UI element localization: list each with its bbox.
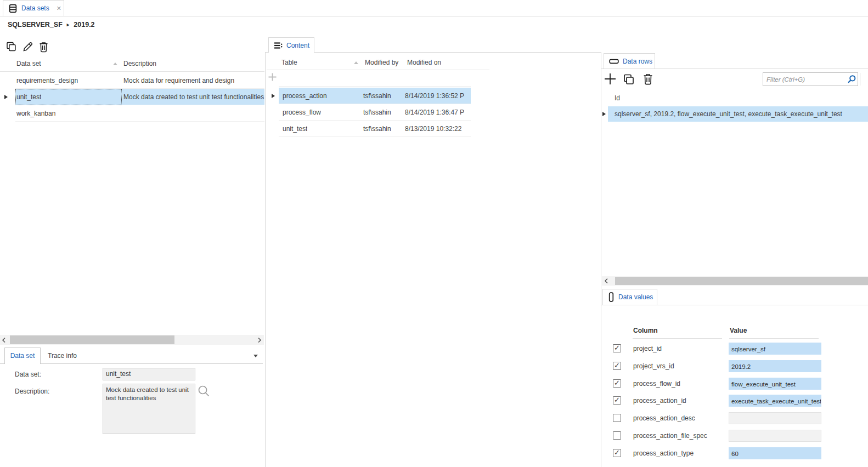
column-header-description[interactable]: Description — [123, 60, 156, 67]
description-lookup-button[interactable] — [197, 384, 211, 398]
subtab-dropdown-icon[interactable] — [253, 355, 258, 357]
value-field[interactable]: 2019.2 — [729, 360, 821, 372]
tab-data-rows-label: Data rows — [623, 58, 652, 65]
cell-modified-by[interactable]: tsf\ssahin — [363, 88, 391, 104]
add-content-row-button[interactable] — [268, 72, 277, 82]
data-value-row: project_id sqlserver_sf — [601, 343, 868, 355]
value-field[interactable] — [729, 430, 821, 442]
checkbox[interactable] — [613, 414, 621, 422]
delete-dataset-button[interactable] — [38, 41, 49, 53]
checkbox[interactable] — [613, 344, 621, 352]
data-value-row: project_vrs_id 2019.2 — [601, 360, 868, 372]
value-field[interactable]: 60 — [729, 447, 821, 459]
tab-data-sets-label: Data sets — [21, 4, 49, 12]
left-grid-header-border — [0, 71, 264, 72]
trash-icon — [642, 73, 653, 85]
cell-id[interactable]: sqlserver_sf, 2019.2, flow_execute_unit_… — [615, 106, 868, 122]
copy-data-row-button[interactable] — [623, 73, 635, 86]
magnifier-icon — [197, 384, 211, 398]
checkbox[interactable] — [613, 379, 621, 388]
data-value-row: process_action_type 60 — [601, 447, 868, 459]
column-header-id[interactable]: Id — [615, 94, 620, 102]
data-values-icon — [608, 292, 615, 302]
column-header-data-set[interactable]: Data set — [16, 60, 41, 67]
content-icon — [274, 42, 283, 49]
value-field[interactable] — [729, 412, 821, 424]
data-value-row: process_action_file_spec — [601, 430, 868, 442]
value-field[interactable]: flow_execute_unit_test — [729, 378, 821, 390]
breadcrumb-version[interactable]: 2019.2 — [74, 21, 94, 29]
search-icon[interactable] — [847, 75, 856, 84]
filter-input[interactable] — [763, 72, 858, 86]
cell-data-set[interactable]: work_kanban — [16, 105, 55, 122]
table-row-unit-test[interactable]: unit_test Mock data created to test unit… — [0, 89, 264, 105]
subtab-data-set[interactable]: Data set — [4, 348, 41, 364]
add-data-row-button[interactable] — [604, 72, 617, 86]
cell-data-set[interactable]: requirements_design — [16, 72, 78, 89]
delete-data-row-button[interactable] — [642, 73, 653, 85]
breadcrumb-project[interactable]: SQLSERVER_SF — [8, 21, 63, 29]
column-header-modified-on[interactable]: Modified on — [407, 59, 441, 66]
data-rows-strip-border — [601, 69, 868, 69]
column-header-column[interactable]: Column — [633, 327, 658, 334]
data-rows-icon — [609, 57, 619, 66]
tab-data-values-label: Data values — [618, 293, 653, 301]
copy-dataset-button[interactable] — [5, 41, 17, 53]
breadcrumb: SQLSERVER_SF ▸ 2019.2 — [8, 21, 95, 29]
data-row-item[interactable]: sqlserver_sf, 2019.2, flow_execute_unit_… — [601, 106, 868, 122]
checkbox[interactable] — [613, 449, 621, 457]
close-icon[interactable]: ✕ — [53, 5, 61, 12]
content-row-unit-test[interactable]: unit_test tsf\ssahin 8/13/2019 10:32:22 — [267, 121, 471, 137]
value-field[interactable]: execute_task_execute_unit_test — [729, 395, 821, 407]
left-horizontal-scrollbar[interactable] — [0, 335, 264, 345]
scroll-right-icon[interactable] — [257, 337, 262, 343]
column-name: process_action_id — [633, 395, 686, 407]
data-value-row: process_action_desc — [601, 412, 868, 424]
column-name: process_action_desc — [633, 412, 695, 424]
tab-data-rows[interactable]: Data rows — [604, 53, 655, 69]
checkbox[interactable] — [613, 396, 621, 405]
subtab-trace-info[interactable]: Trace info — [48, 348, 77, 364]
pencil-icon — [22, 41, 33, 53]
cell-modified-by[interactable]: tsf\ssahin — [363, 121, 391, 137]
cell-description[interactable]: Mock data for requirement and design — [123, 72, 264, 89]
cell-table[interactable]: process_flow — [283, 104, 321, 121]
focused-cell-outline — [15, 89, 122, 105]
description-field[interactable]: Mock data created to test unit test func… — [103, 384, 195, 434]
column-header-modified-by[interactable]: Modified by — [365, 59, 398, 66]
value-field[interactable]: sqlserver_sf — [729, 343, 821, 355]
cell-modified-on[interactable]: 8/14/2019 1:36:47 P — [405, 104, 471, 121]
column-header-table[interactable]: Table — [281, 59, 297, 66]
cell-modified-by[interactable]: tsf\ssahin — [363, 104, 391, 121]
scroll-left-icon[interactable] — [604, 278, 608, 284]
cell-modified-on[interactable]: 8/13/2019 10:32:22 — [405, 121, 471, 137]
sort-asc-icon — [354, 61, 358, 64]
cell-modified-on[interactable]: 8/14/2019 1:36:52 P — [405, 88, 471, 104]
column-header-value[interactable]: Value — [730, 327, 747, 334]
selected-row-marker-icon — [272, 94, 275, 98]
content-row-process-action[interactable]: process_action tsf\ssahin 8/14/2019 1:36… — [267, 88, 471, 104]
scrollbar-thumb[interactable] — [615, 277, 868, 285]
right-horizontal-scrollbar[interactable] — [602, 276, 868, 286]
column-name: project_vrs_id — [633, 360, 674, 372]
checkbox[interactable] — [613, 431, 621, 440]
table-row-work-kanban[interactable]: work_kanban — [0, 105, 264, 122]
scroll-left-icon[interactable] — [2, 337, 6, 343]
tab-data-values[interactable]: Data values — [602, 289, 657, 305]
cell-table[interactable]: process_action — [283, 88, 327, 104]
tab-data-sets[interactable]: Data sets ✕ — [3, 0, 64, 16]
column-name: process_flow_id — [633, 378, 680, 390]
cell-table[interactable]: unit_test — [283, 121, 307, 137]
copy-icon — [5, 41, 17, 53]
column-header-underline — [633, 338, 722, 339]
content-grid-header-border — [267, 70, 489, 70]
left-panel-divider — [265, 52, 266, 467]
table-row-requirements-design[interactable]: requirements_design Mock data for requir… — [0, 72, 264, 89]
data-set-field[interactable]: unit_test — [103, 368, 195, 380]
content-row-process-flow[interactable]: process_flow tsf\ssahin 8/14/2019 1:36:4… — [267, 104, 471, 121]
edit-dataset-button[interactable] — [22, 41, 33, 53]
tab-content[interactable]: Content — [268, 37, 314, 53]
checkbox[interactable] — [613, 362, 621, 370]
cell-description[interactable]: Mock data created to test unit test func… — [123, 89, 264, 105]
scrollbar-thumb[interactable] — [10, 335, 174, 344]
